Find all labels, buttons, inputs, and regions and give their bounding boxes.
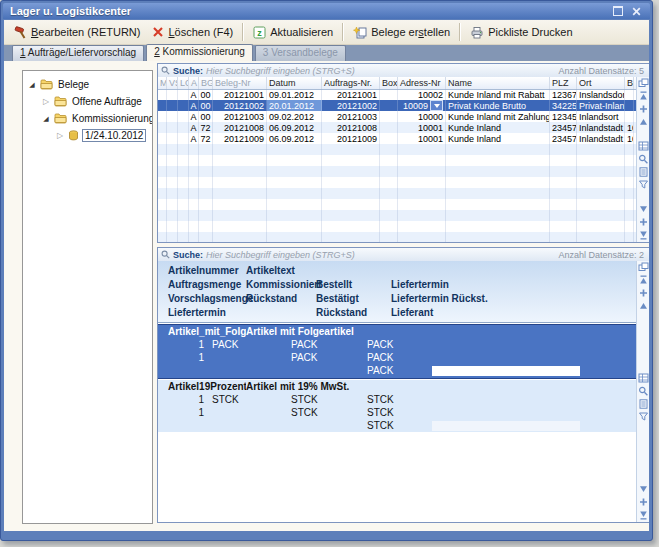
table-cell: Kunde Inland mit Rabatt xyxy=(446,89,550,100)
first-record-icon[interactable] xyxy=(638,275,649,285)
grid-view-icon[interactable] xyxy=(638,141,649,151)
column-header[interactable]: Bel xyxy=(625,77,634,89)
table-cell: A xyxy=(189,122,199,133)
group-cell: STCK xyxy=(212,394,239,405)
column-header[interactable]: M xyxy=(158,77,167,89)
insert-record-icon[interactable] xyxy=(638,288,649,298)
search-icon[interactable] xyxy=(638,386,649,396)
column-header[interactable]: A xyxy=(189,77,199,89)
group-cell: PACK xyxy=(291,352,318,363)
grid-view-icon[interactable] xyxy=(638,373,649,383)
header-liefertermin2: Liefertermin xyxy=(168,307,226,318)
table-cell: Inlandstadt xyxy=(577,133,625,144)
first-record-icon[interactable] xyxy=(638,91,649,101)
column-header[interactable]: PLZ xyxy=(550,77,577,89)
column-header[interactable]: BG xyxy=(199,77,213,89)
append-record-icon[interactable] xyxy=(638,497,649,507)
collapse-icon[interactable]: ◢ xyxy=(41,115,51,123)
column-header[interactable]: Auftrags-Nr. xyxy=(322,77,380,89)
group-cell: STCK xyxy=(367,407,394,418)
tab-auftraege-liefervorschlag[interactable]: 1 Aufträge/Liefervorschlag xyxy=(12,45,144,61)
lieferant-field[interactable] xyxy=(432,366,580,376)
insert-record-icon[interactable] xyxy=(638,104,649,114)
table-cell: Privat-Inlandsstadt xyxy=(577,100,625,111)
restore-button[interactable] xyxy=(611,5,624,17)
bookmark-icon[interactable] xyxy=(638,399,649,409)
table-cell: 20121009 xyxy=(213,133,267,144)
table-cell: 10000 xyxy=(398,111,446,122)
column-header[interactable]: VS xyxy=(167,77,178,89)
header-kommissioniert: Kommissioniert xyxy=(246,279,322,290)
table-cell: 10002 xyxy=(398,89,446,100)
bearbeiten-button[interactable]: Bearbeiten (RETURN) xyxy=(8,24,146,41)
column-header[interactable]: LO xyxy=(178,77,189,89)
search-icon[interactable] xyxy=(638,154,649,164)
column-header[interactable]: Name xyxy=(446,77,550,89)
expand-icon[interactable]: ▷ xyxy=(55,131,65,140)
table-row[interactable]: A722012100906.09.20122012100910001Kunde … xyxy=(158,133,636,144)
table-cell: 09.01.2012 xyxy=(267,89,322,100)
dropdown-button[interactable] xyxy=(430,100,443,111)
lower-search-input[interactable] xyxy=(206,250,555,260)
refresh-icon: z xyxy=(253,26,266,39)
group-cell: 1 xyxy=(168,339,204,350)
table-row[interactable]: A002012100309.02.20122012100310000Kunde … xyxy=(158,111,636,122)
upper-search-bar: Suche: Anzahl Datensätze: 5 xyxy=(158,64,649,78)
tree-item[interactable]: ◢Belege xyxy=(23,76,152,93)
artikelnummer-value: Artikel_mit_Folgeartikel xyxy=(168,326,246,337)
next-record-icon[interactable] xyxy=(638,204,649,214)
table-cell xyxy=(167,100,178,111)
next-record-icon[interactable] xyxy=(638,484,649,494)
table-row[interactable]: A002012100220.01.20122012100210009Privat… xyxy=(158,100,636,111)
column-header[interactable]: Ort xyxy=(577,77,625,89)
table-cell: 20121003 xyxy=(322,111,380,122)
toolbar-separator xyxy=(242,23,244,41)
table-row[interactable]: A722012100806.09.20122012100810001Kunde … xyxy=(158,122,636,133)
table-cell xyxy=(380,111,398,122)
article-group[interactable]: Artikel_mit_FolgeartikelArtikel mit Folg… xyxy=(158,324,636,379)
article-group[interactable]: Artikel19ProzentArtikel mit 19% MwSt.1ST… xyxy=(158,380,636,432)
column-chooser-icon[interactable] xyxy=(638,262,649,272)
table-cell xyxy=(380,100,398,111)
search-icon xyxy=(161,250,170,259)
table-row[interactable]: A002012100109.01.20122012100110002Kunde … xyxy=(158,89,636,100)
aktualisieren-button[interactable]: z Aktualisieren xyxy=(247,24,339,41)
close-button[interactable] xyxy=(630,5,643,17)
lieferant-field[interactable] xyxy=(432,421,580,431)
group-cell: STCK xyxy=(291,407,318,418)
bookmark-icon[interactable] xyxy=(638,167,649,177)
lower-search-bar: Suche: Anzahl Datensätze: 2 xyxy=(158,248,649,262)
tab-versandbelege: 3 Versandbelege xyxy=(255,45,346,61)
upper-search-input[interactable] xyxy=(206,66,555,76)
table-cell: Inlandsort xyxy=(577,111,625,122)
loeschen-button[interactable]: Löschen (F4) xyxy=(146,24,239,40)
artikeltext-value: Artikel mit 19% MwSt. xyxy=(246,381,349,392)
table-cell: 34225 xyxy=(550,100,577,111)
tree-item[interactable]: ▷Offene Aufträge xyxy=(23,93,152,110)
window-titlebar[interactable]: Lager u. Logistikcenter xyxy=(3,3,650,19)
append-record-icon[interactable] xyxy=(638,217,649,227)
collapse-icon[interactable]: ◢ xyxy=(27,81,37,89)
table-cell xyxy=(167,133,178,144)
column-chooser-icon[interactable] xyxy=(638,78,649,88)
filter-icon[interactable] xyxy=(638,180,649,190)
column-header[interactable]: Datum xyxy=(267,77,322,89)
column-header[interactable]: Adress-Nr xyxy=(398,77,446,89)
belege-erstellen-button[interactable]: Belege erstellen xyxy=(347,24,456,41)
last-record-icon[interactable] xyxy=(638,510,649,520)
table-cell: 72 xyxy=(199,122,213,133)
column-header[interactable]: Box xyxy=(380,77,398,89)
table-cell xyxy=(380,89,398,100)
prior-record-icon[interactable] xyxy=(638,301,649,311)
tree-item[interactable]: ◢Kommissionierung xyxy=(23,110,152,127)
tree-item[interactable]: ▷1/24.10.2012 xyxy=(23,127,152,144)
last-record-icon[interactable] xyxy=(638,230,649,240)
pickliste-drucken-button[interactable]: Pickliste Drucken xyxy=(464,24,578,41)
filter-icon[interactable] xyxy=(638,412,649,422)
group-cell: 1 xyxy=(168,407,204,418)
table-cell xyxy=(158,133,167,144)
column-header[interactable]: Beleg-Nr xyxy=(213,77,267,89)
tab-kommissionierung[interactable]: 2 Kommissionierung xyxy=(146,44,253,61)
prior-record-icon[interactable] xyxy=(638,117,649,127)
expand-icon[interactable]: ▷ xyxy=(41,97,51,106)
